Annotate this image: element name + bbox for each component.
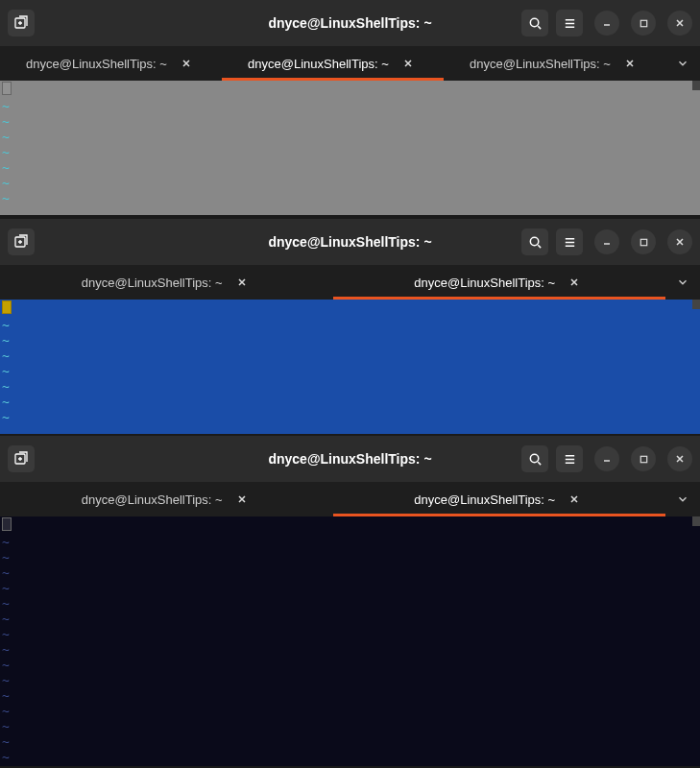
close-icon	[236, 276, 248, 288]
tab-label: dnyce@LinuxShellTips: ~	[414, 276, 555, 290]
tab-close-button[interactable]	[232, 493, 252, 505]
scrollbar[interactable]	[692, 81, 700, 90]
cursor-box	[2, 300, 12, 314]
vim-tilde: ~	[2, 145, 10, 159]
minimize-button[interactable]	[594, 11, 619, 36]
titlebar: dnyce@LinuxShellTips: ~	[0, 219, 700, 265]
maximize-icon	[639, 454, 649, 465]
tab[interactable]: dnyce@LinuxShellTips: ~	[0, 482, 333, 516]
minimize-icon	[601, 236, 613, 248]
vim-tilde: ~	[2, 704, 10, 718]
tab-close-button[interactable]	[177, 58, 196, 69]
search-button[interactable]	[521, 445, 548, 472]
maximize-icon	[639, 237, 649, 248]
vim-tilde: ~	[2, 348, 10, 363]
search-icon	[528, 452, 543, 467]
tab-label: dnyce@LinuxShellTips: ~	[470, 57, 611, 71]
close-icon	[674, 236, 686, 248]
maximize-button[interactable]	[631, 11, 656, 36]
close-icon	[674, 453, 686, 465]
close-button[interactable]	[667, 229, 692, 254]
close-icon	[402, 58, 414, 69]
new-tab-button[interactable]	[8, 445, 35, 472]
new-tab-icon	[13, 15, 29, 31]
minimize-icon	[601, 453, 613, 465]
new-tab-icon	[13, 234, 29, 250]
vim-tilde: ~	[2, 160, 10, 175]
search-button[interactable]	[521, 10, 548, 36]
minimize-button[interactable]	[594, 229, 619, 254]
window-title: dnyce@LinuxShellTips: ~	[268, 451, 431, 467]
vim-tilde: ~	[2, 750, 10, 764]
menu-icon	[563, 235, 577, 250]
terminal-body[interactable]	[13, 81, 700, 215]
svg-point-4	[530, 237, 538, 245]
close-icon	[568, 493, 580, 505]
minimize-button[interactable]	[594, 446, 619, 471]
vim-tilde: ~	[2, 379, 10, 394]
title-controls	[521, 10, 692, 36]
svg-point-7	[530, 454, 538, 462]
terminal-window: dnyce@LinuxShellTips: ~dnyce@LinuxShellT…	[0, 0, 700, 215]
terminal-content[interactable]: ~~~~~~~	[0, 300, 700, 434]
tab[interactable]: dnyce@LinuxShellTips: ~	[222, 46, 444, 81]
tab-close-button[interactable]	[565, 276, 584, 288]
title-controls	[521, 228, 692, 255]
tab[interactable]: dnyce@LinuxShellTips: ~	[333, 482, 666, 516]
terminal-body[interactable]	[13, 516, 700, 766]
close-icon	[236, 493, 248, 505]
minimize-icon	[601, 17, 613, 29]
terminal-content[interactable]: ~~~~~~~	[0, 81, 700, 215]
tab-dropdown-button[interactable]	[665, 265, 700, 300]
tab[interactable]: dnyce@LinuxShellTips: ~	[444, 46, 665, 81]
terminal-content[interactable]: ~~~~~~~~~~~~~~~	[0, 516, 700, 766]
new-tab-button[interactable]	[8, 228, 35, 255]
vim-tilde: ~	[2, 612, 10, 626]
tab-close-button[interactable]	[232, 276, 252, 288]
tab-label: dnyce@LinuxShellTips: ~	[82, 276, 223, 290]
close-button[interactable]	[667, 446, 692, 471]
close-icon	[624, 58, 636, 69]
chevron-down-icon	[676, 492, 689, 506]
window-title: dnyce@LinuxShellTips: ~	[268, 234, 431, 250]
svg-point-1	[530, 18, 538, 26]
vim-tilde: ~	[2, 191, 10, 205]
close-icon	[674, 17, 686, 29]
scrollbar[interactable]	[692, 300, 700, 309]
vim-tilde: ~	[2, 99, 10, 113]
vim-tilde: ~	[2, 688, 10, 703]
menu-icon	[563, 452, 577, 467]
menu-button[interactable]	[556, 228, 583, 255]
tab[interactable]: dnyce@LinuxShellTips: ~	[0, 265, 333, 300]
menu-button[interactable]	[556, 445, 583, 472]
menu-button[interactable]	[556, 10, 583, 36]
vim-gutter: ~~~~~~~	[0, 81, 13, 215]
search-button[interactable]	[521, 228, 548, 255]
new-tab-button[interactable]	[8, 10, 35, 36]
tab[interactable]: dnyce@LinuxShellTips: ~	[333, 265, 666, 300]
tab-dropdown-button[interactable]	[665, 482, 700, 516]
vim-gutter: ~~~~~~~	[0, 300, 13, 434]
maximize-button[interactable]	[631, 446, 656, 471]
search-icon	[528, 16, 543, 31]
tab[interactable]: dnyce@LinuxShellTips: ~	[0, 46, 222, 81]
tab-dropdown-button[interactable]	[665, 46, 700, 81]
tab-label: dnyce@LinuxShellTips: ~	[248, 57, 389, 71]
close-button[interactable]	[667, 11, 692, 36]
svg-rect-5	[640, 239, 646, 245]
maximize-button[interactable]	[631, 229, 656, 254]
svg-rect-8	[640, 456, 646, 462]
terminal-body[interactable]	[13, 300, 700, 434]
cursor-box	[2, 82, 12, 95]
tab-close-button[interactable]	[565, 493, 584, 505]
vim-tilde: ~	[2, 410, 10, 424]
tabbar: dnyce@LinuxShellTips: ~dnyce@LinuxShellT…	[0, 46, 700, 81]
vim-tilde: ~	[2, 176, 10, 190]
menu-icon	[563, 16, 577, 31]
vim-gutter: ~~~~~~~~~~~~~~~	[0, 516, 13, 766]
vim-tilde: ~	[2, 734, 10, 749]
tab-close-button[interactable]	[398, 58, 418, 69]
tab-close-button[interactable]	[620, 58, 640, 69]
scrollbar[interactable]	[692, 516, 700, 526]
tab-label: dnyce@LinuxShellTips: ~	[82, 492, 223, 507]
